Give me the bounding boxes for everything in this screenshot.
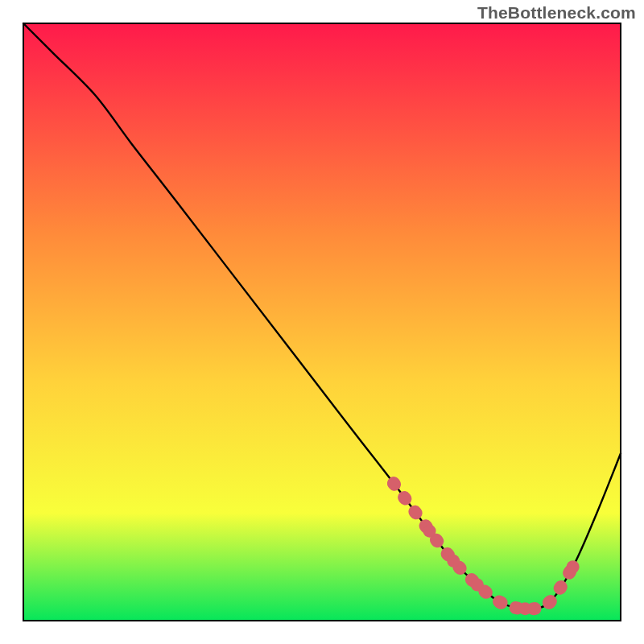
plot-background (23, 23, 621, 621)
highlight-marker (423, 525, 436, 538)
highlight-marker (543, 597, 555, 609)
chart-svg (0, 0, 644, 644)
watermark-text: TheBottleneck.com (477, 3, 636, 23)
highlight-marker (387, 477, 400, 489)
highlight-marker (471, 578, 484, 591)
highlight-marker (447, 555, 460, 568)
highlight-marker (495, 597, 508, 609)
highlight-marker (567, 560, 580, 573)
bottleneck-chart: TheBottleneck.com (0, 0, 644, 644)
highlight-marker (518, 602, 531, 615)
